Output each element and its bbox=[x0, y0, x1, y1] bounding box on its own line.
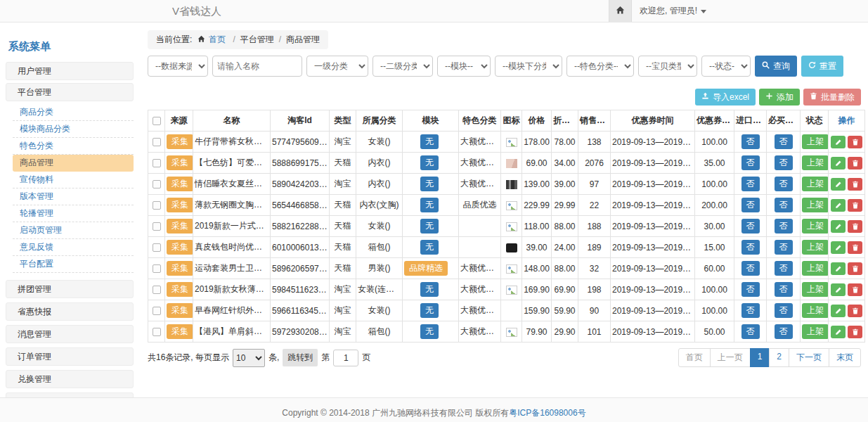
page-button[interactable]: 2 bbox=[769, 348, 789, 367]
row-checkbox[interactable] bbox=[153, 159, 161, 167]
sidebar-group-item[interactable]: 订单管理 bbox=[6, 347, 134, 366]
delete-button[interactable] bbox=[848, 220, 862, 233]
delete-button[interactable] bbox=[848, 326, 862, 338]
sidebar-subitem[interactable]: 特色分类 bbox=[13, 138, 134, 155]
sidebar-subitem[interactable]: 宣传物料 bbox=[13, 172, 134, 188]
status-toggle[interactable]: 上架 bbox=[802, 219, 829, 234]
import-select-toggle[interactable]: 否 bbox=[741, 261, 760, 276]
must-buy-toggle[interactable]: 否 bbox=[775, 177, 793, 191]
row-checkbox[interactable] bbox=[153, 328, 161, 336]
jump-button[interactable]: 跳转到 bbox=[283, 349, 318, 366]
reset-button[interactable]: 重置 bbox=[801, 56, 843, 77]
status-toggle[interactable]: 上架 bbox=[802, 303, 829, 318]
filter-name-input[interactable] bbox=[212, 56, 302, 77]
search-button[interactable]: 查询 bbox=[755, 56, 797, 77]
filter-category2-select[interactable]: --二级分类-- bbox=[373, 56, 433, 77]
home-button[interactable] bbox=[609, 0, 632, 22]
sidebar-subitem[interactable]: 商品分类 bbox=[13, 104, 134, 121]
import-select-toggle[interactable]: 否 bbox=[741, 240, 760, 255]
row-checkbox[interactable] bbox=[153, 201, 161, 210]
filter-module-sub-select[interactable]: --模块下分类-- bbox=[495, 56, 562, 77]
sidebar-subitem[interactable]: 轮播管理 bbox=[13, 205, 134, 222]
sidebar-subitem[interactable]: 版本管理 bbox=[13, 188, 134, 205]
status-toggle[interactable]: 上架 bbox=[802, 177, 829, 191]
edit-button[interactable] bbox=[831, 283, 846, 296]
status-toggle[interactable]: 上架 bbox=[802, 261, 829, 276]
row-checkbox[interactable] bbox=[153, 264, 161, 273]
row-checkbox[interactable] bbox=[153, 243, 161, 252]
row-checkbox[interactable] bbox=[153, 138, 161, 146]
import-select-toggle[interactable]: 否 bbox=[741, 303, 760, 318]
sidebar-group-item[interactable]: 用户管理 bbox=[6, 62, 134, 80]
status-toggle[interactable]: 上架 bbox=[802, 324, 829, 339]
edit-button[interactable] bbox=[831, 262, 846, 275]
filter-category1-select[interactable]: 一级分类 bbox=[306, 56, 368, 77]
sidebar-group-item[interactable]: 省惠快报 bbox=[6, 302, 134, 321]
edit-button[interactable] bbox=[831, 305, 846, 317]
sidebar-subitem[interactable]: 启动页管理 bbox=[13, 222, 134, 239]
sidebar-group-item[interactable]: 拼团管理 bbox=[6, 280, 134, 298]
import-select-toggle[interactable]: 否 bbox=[741, 155, 760, 170]
status-toggle[interactable]: 上架 bbox=[802, 198, 829, 212]
must-buy-toggle[interactable]: 否 bbox=[775, 219, 793, 234]
edit-button[interactable] bbox=[831, 157, 846, 170]
icp-link[interactable]: 粤ICP备16098006号 bbox=[509, 408, 585, 418]
sidebar-group-item[interactable]: 消息管理 bbox=[6, 325, 134, 343]
row-checkbox[interactable] bbox=[153, 307, 161, 315]
edit-button[interactable] bbox=[831, 178, 846, 191]
must-buy-toggle[interactable]: 否 bbox=[775, 324, 793, 339]
edit-button[interactable] bbox=[831, 220, 846, 233]
row-checkbox[interactable] bbox=[153, 222, 161, 231]
import-select-toggle[interactable]: 否 bbox=[741, 324, 760, 339]
delete-button[interactable] bbox=[848, 241, 862, 254]
import-select-toggle[interactable]: 否 bbox=[741, 198, 760, 212]
edit-button[interactable] bbox=[831, 199, 846, 212]
import-select-toggle[interactable]: 否 bbox=[741, 134, 760, 149]
delete-button[interactable] bbox=[848, 157, 862, 170]
filter-module-select[interactable]: --模块-- bbox=[437, 56, 491, 77]
add-button[interactable]: 添加 bbox=[759, 89, 800, 106]
must-buy-toggle[interactable]: 否 bbox=[775, 155, 793, 170]
delete-button[interactable] bbox=[848, 136, 862, 148]
sidebar-group-item[interactable]: 兑换管理 bbox=[6, 370, 134, 388]
filter-item-type-select[interactable]: --宝贝类型-- bbox=[638, 56, 697, 77]
sidebar-subitem[interactable]: 商品管理 bbox=[13, 155, 134, 172]
select-all-checkbox[interactable] bbox=[153, 117, 161, 125]
jump-page-input[interactable] bbox=[333, 350, 358, 366]
page-size-select[interactable]: 10 bbox=[233, 349, 265, 367]
row-checkbox[interactable] bbox=[153, 286, 161, 294]
edit-button[interactable] bbox=[831, 136, 846, 148]
import-excel-button[interactable]: 导入excel bbox=[695, 89, 756, 106]
filter-source-select[interactable]: --数据来源-- bbox=[148, 56, 208, 77]
status-toggle[interactable]: 上架 bbox=[802, 240, 829, 255]
sidebar-subitem[interactable]: 意见反馈 bbox=[13, 239, 134, 256]
import-select-toggle[interactable]: 否 bbox=[741, 282, 760, 297]
status-toggle[interactable]: 上架 bbox=[802, 155, 829, 170]
filter-special-select[interactable]: --特色分类-- bbox=[566, 56, 634, 77]
row-checkbox[interactable] bbox=[153, 180, 161, 188]
delete-button[interactable] bbox=[848, 178, 862, 191]
delete-button[interactable] bbox=[848, 199, 862, 212]
filter-status-select[interactable]: --状态-- bbox=[701, 56, 751, 77]
must-buy-toggle[interactable]: 否 bbox=[775, 261, 793, 276]
status-toggle[interactable]: 上架 bbox=[802, 282, 829, 297]
user-menu[interactable]: 欢迎您, 管理员! bbox=[640, 0, 706, 22]
breadcrumb-home-link[interactable]: 首页 bbox=[209, 34, 226, 44]
sidebar-subitem[interactable]: 平台配置 bbox=[13, 256, 134, 273]
sidebar-subitem[interactable]: 模块商品分类 bbox=[13, 121, 134, 138]
page-button[interactable]: 下一页 bbox=[789, 348, 829, 367]
must-buy-toggle[interactable]: 否 bbox=[775, 240, 793, 255]
delete-button[interactable] bbox=[848, 262, 862, 275]
delete-button[interactable] bbox=[848, 305, 862, 317]
must-buy-toggle[interactable]: 否 bbox=[775, 303, 793, 318]
import-select-toggle[interactable]: 否 bbox=[741, 177, 760, 191]
delete-button[interactable] bbox=[848, 283, 862, 296]
sidebar-group-item[interactable]: 统计管理 bbox=[6, 392, 134, 397]
must-buy-toggle[interactable]: 否 bbox=[775, 134, 793, 149]
page-button[interactable]: 首页 bbox=[678, 348, 711, 367]
must-buy-toggle[interactable]: 否 bbox=[775, 198, 793, 212]
status-toggle[interactable]: 上架 bbox=[802, 134, 829, 149]
edit-button[interactable] bbox=[831, 326, 846, 338]
batch-delete-button[interactable]: 批量删除 bbox=[803, 89, 861, 106]
edit-button[interactable] bbox=[831, 241, 846, 254]
